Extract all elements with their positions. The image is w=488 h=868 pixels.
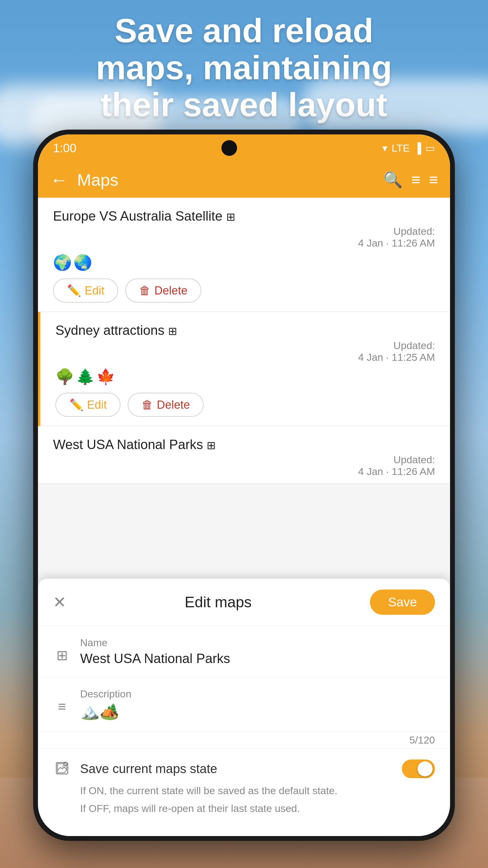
headline: Save and reload maps, maintaining their …: [0, 12, 488, 124]
map-actions-1: ✏️ Edit 🗑 Delete: [53, 278, 435, 303]
map-name-3: West USA National Parks ⊞: [53, 437, 435, 452]
map-updated-2: Updated: 4 Jan · 11:25 AM: [56, 340, 435, 363]
screen-content: Europe VS Australia Satellite ⊞ Updated:…: [38, 198, 450, 836]
save-button[interactable]: Save: [370, 590, 435, 615]
edit-button-1[interactable]: ✏️ Edit: [53, 278, 118, 303]
map-item-header-3: West USA National Parks ⊞: [53, 437, 435, 452]
headline-line1: Save and reload: [115, 12, 373, 50]
close-button[interactable]: ✕: [53, 593, 66, 611]
toggle-header: Save current maps state: [80, 760, 435, 778]
map-name-1: Europe VS Australia Satellite ⊞: [53, 209, 435, 224]
save-state-desc-on: If ON, the current state will be saved a…: [80, 783, 435, 798]
sort-icon[interactable]: ≡: [429, 170, 438, 189]
signal-icon: ▐: [414, 142, 421, 154]
wifi-icon: ▾: [382, 142, 387, 154]
app-title: Maps: [77, 170, 374, 190]
char-count: 5/120: [38, 732, 450, 748]
search-icon[interactable]: 🔍: [383, 170, 403, 189]
map-layers-icon: ⊞: [53, 647, 71, 663]
description-value[interactable]: 🏔️🏕️: [80, 702, 435, 721]
name-field-content: Name West USA National Parks: [80, 637, 435, 666]
save-state-icon: [53, 761, 71, 778]
camera-notch: [221, 140, 237, 156]
app-bar: ← Maps 🔍 ≡ ≡: [38, 161, 450, 198]
sheet-header: ✕ Edit maps Save: [38, 579, 450, 626]
pencil-icon: ✏️: [67, 284, 81, 297]
status-time: 1:00: [53, 141, 76, 155]
delete-button-2[interactable]: 🗑 Delete: [128, 393, 204, 417]
map-emojis-1: 🌍🌏: [53, 254, 435, 271]
description-icon: ≡: [53, 698, 71, 715]
trash-icon-2: 🗑: [141, 398, 153, 411]
svg-point-2: [63, 762, 67, 766]
map-item-header-2: Sydney attractions ⊞: [56, 323, 435, 338]
trash-icon: 🗑: [139, 284, 151, 297]
delete-button-1[interactable]: 🗑 Delete: [125, 278, 201, 303]
phone-inner: 1:00 ▾ LTE ▐ ▭ ← Maps 🔍 ≡ ≡: [38, 134, 450, 836]
back-button[interactable]: ←: [50, 169, 68, 190]
description-label: Description: [80, 688, 435, 700]
save-state-label: Save current maps state: [80, 762, 217, 776]
edit-maps-sheet: ✕ Edit maps Save ⊞ Name West USA Nationa…: [38, 579, 450, 836]
filter-icon[interactable]: ≡: [411, 170, 420, 189]
map-item-header-1: Europe VS Australia Satellite ⊞: [53, 209, 435, 224]
map-item-sydney: Sydney attractions ⊞ Updated: 4 Jan · 11…: [38, 312, 450, 426]
map-updated-1: Updated: 4 Jan · 11:26 AM: [53, 225, 435, 249]
description-field-content: Description 🏔️🏕️: [80, 688, 435, 721]
sheet-title: Edit maps: [66, 593, 370, 611]
save-state-content: Save current maps state If ON, the curre…: [80, 760, 435, 816]
headline-line2: maps, maintaining: [96, 49, 392, 87]
battery-icon: ▭: [425, 142, 435, 154]
description-field: ≡ Description 🏔️🏕️: [38, 677, 450, 732]
name-value[interactable]: West USA National Parks: [80, 651, 435, 666]
name-field: ⊞ Name West USA National Parks: [38, 626, 450, 677]
edit-button-2[interactable]: ✏️ Edit: [56, 393, 121, 417]
map-item-west-usa: West USA National Parks ⊞ Updated: 4 Jan…: [38, 426, 450, 484]
save-state-desc-off: If OFF, maps will re-open at their last …: [80, 801, 435, 816]
app-bar-actions: 🔍 ≡ ≡: [383, 170, 438, 189]
map-actions-2: ✏️ Edit 🗑 Delete: [56, 393, 435, 417]
save-state-toggle[interactable]: [402, 760, 435, 778]
status-icons: ▾ LTE ▐ ▭: [382, 142, 435, 154]
toggle-knob: [418, 761, 432, 776]
pencil-icon-2: ✏️: [69, 398, 84, 411]
map-item-europe: Europe VS Australia Satellite ⊞ Updated:…: [38, 198, 450, 312]
map-updated-3: Updated: 4 Jan · 11:26 AM: [53, 454, 435, 477]
phone-frame: 1:00 ▾ LTE ▐ ▭ ← Maps 🔍 ≡ ≡: [33, 130, 455, 841]
save-state-toggle-row: Save current maps state If ON, the curre…: [38, 749, 450, 827]
map-name-2: Sydney attractions ⊞: [56, 323, 435, 338]
phone-screen: 1:00 ▾ LTE ▐ ▭ ← Maps 🔍 ≡ ≡: [38, 134, 450, 836]
name-label: Name: [80, 637, 435, 649]
headline-line3: their saved layout: [101, 86, 387, 124]
status-bar: 1:00 ▾ LTE ▐ ▭: [38, 134, 450, 161]
maps-list: Europe VS Australia Satellite ⊞ Updated:…: [38, 198, 450, 484]
lte-label: LTE: [392, 142, 410, 154]
map-emojis-2: 🌳🌲🍁: [56, 368, 435, 385]
